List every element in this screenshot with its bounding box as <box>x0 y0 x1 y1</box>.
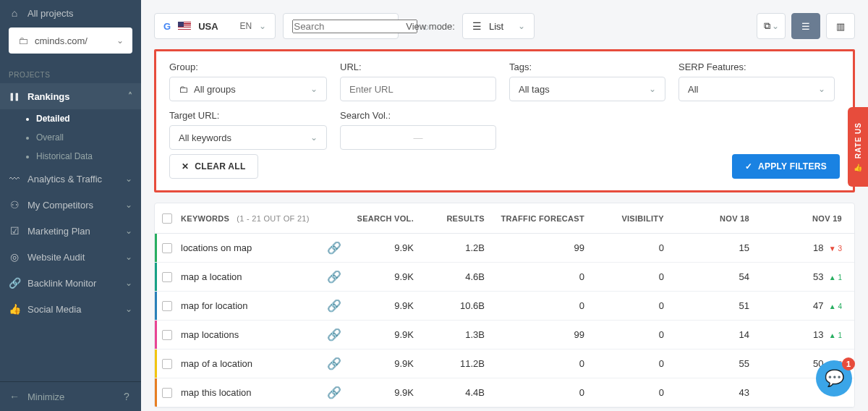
minimize-button[interactable]: ← Minimize <box>9 391 64 402</box>
keyword-cell: map for location <box>181 300 248 311</box>
link-icon[interactable]: 🔗 <box>327 357 341 370</box>
chevron-down-icon: ⌄ <box>649 84 656 94</box>
date1-cell: 15 <box>676 242 761 253</box>
url-label: URL: <box>340 62 496 72</box>
serp-label: SERP Features: <box>678 62 835 72</box>
sidebar-sub-overall[interactable]: Overall <box>0 128 141 147</box>
row-checkbox[interactable] <box>162 243 172 253</box>
sidebar-item-competitors[interactable]: ⚇My Competitors⌄ <box>0 192 141 218</box>
select-all-checkbox[interactable] <box>162 213 172 224</box>
sidebar-item-analytics[interactable]: 〰Analytics & Traffic⌄ <box>0 166 141 192</box>
project-icon: 🗀 <box>17 35 29 46</box>
people-icon: ⚇ <box>9 199 20 211</box>
visibility-cell: 0 <box>596 242 676 253</box>
date1-cell: 51 <box>676 300 761 311</box>
filter-icon: ☰ <box>801 21 810 32</box>
search-vol-cell: 9.9K <box>350 358 425 369</box>
url-input[interactable] <box>349 84 487 95</box>
sidebar-item-social[interactable]: 👍Social Media⌄ <box>0 296 141 322</box>
search-box[interactable]: ⌕ <box>283 13 399 39</box>
search-input[interactable] <box>292 20 417 33</box>
traffic-cell: 0 <box>496 387 596 398</box>
rate-us-tab[interactable]: RATE US 👍 <box>848 107 868 187</box>
chevron-down-icon: ⌄ <box>125 252 132 262</box>
arrow-left-icon: ← <box>9 391 20 402</box>
link-icon[interactable]: 🔗 <box>327 386 341 399</box>
table-row: map this location 🔗 9.9K 4.4B 0 0 43 43 <box>155 378 854 407</box>
tags-select[interactable]: All tags⌄ <box>509 77 665 101</box>
project-name: cminds.com/ <box>35 35 88 46</box>
copy-button[interactable]: ⧉⌄ <box>757 13 786 39</box>
google-icon: G <box>163 21 171 32</box>
thumbs-up-icon: 👍 <box>854 164 863 171</box>
chat-badge: 1 <box>842 357 855 370</box>
table-row: locations on map 🔗 9.9K 1.2B 99 0 15 18 … <box>155 234 854 263</box>
group-select[interactable]: 🗀All groups ⌄ <box>169 77 327 101</box>
chevron-down-icon: ⌄ <box>518 21 525 31</box>
copy-icon: ⧉ <box>764 20 770 32</box>
filters-panel: Group: 🗀All groups ⌄ URL: Tags: All tags… <box>154 49 855 192</box>
sidebar-item-marketing[interactable]: ☑Marketing Plan⌄ <box>0 218 141 244</box>
chevron-down-icon: ⌄ <box>259 21 266 31</box>
tags-label: Tags: <box>509 62 665 72</box>
results-cell: 4.6B <box>425 271 496 282</box>
link-icon[interactable]: 🔗 <box>327 299 341 313</box>
project-selector[interactable]: 🗀 cminds.com/ ⌄ <box>9 27 132 54</box>
chevron-down-icon: ⌄ <box>125 200 132 210</box>
columns-button[interactable]: ▥ <box>826 13 855 39</box>
sidebar-item-audit[interactable]: ◎Website Audit⌄ <box>0 244 141 270</box>
filter-view-button[interactable]: ☰ <box>791 13 820 39</box>
row-checkbox[interactable] <box>162 272 172 282</box>
target-url-label: Target URL: <box>169 110 327 121</box>
chevron-down-icon: ⌄ <box>772 21 779 31</box>
keyword-cell: locations on map <box>181 242 252 253</box>
sidebar-item-backlink[interactable]: 🔗Backlink Monitor⌄ <box>0 270 141 296</box>
visibility-cell: 0 <box>596 358 676 369</box>
traffic-cell: 0 <box>496 300 596 311</box>
search-vol-label: Search Vol.: <box>340 110 496 121</box>
row-checkbox[interactable] <box>162 388 172 398</box>
all-projects-link[interactable]: ⌂ All projects <box>9 7 132 19</box>
results-cell: 1.2B <box>425 242 496 253</box>
search-vol-range[interactable]: — <box>340 125 496 150</box>
results-cell: 11.2B <box>425 358 496 369</box>
row-checkbox[interactable] <box>162 330 172 340</box>
table-row: map a location 🔗 9.9K 4.6B 0 0 54 53 ▲ 1 <box>155 263 854 292</box>
table-row: map locations 🔗 9.9K 1.3B 99 0 14 13 ▲ 1 <box>155 321 854 349</box>
row-checkbox[interactable] <box>162 359 172 369</box>
keyword-cell: map a location <box>181 271 242 282</box>
sidebar-sub-historical[interactable]: Historical Data <box>0 147 141 166</box>
gauge-icon: ◎ <box>9 251 20 263</box>
chevron-down-icon: ⌄ <box>116 35 124 46</box>
table-row: map of a location 🔗 9.9K 11.2B 0 0 55 50… <box>155 349 854 378</box>
chat-fab[interactable]: 💬 1 <box>816 360 852 397</box>
link-icon[interactable]: 🔗 <box>327 241 341 255</box>
chevron-down-icon: ⌄ <box>310 132 318 143</box>
traffic-cell: 0 <box>496 271 596 282</box>
results-cell: 1.3B <box>425 329 496 340</box>
search-vol-cell: 9.9K <box>350 300 425 311</box>
chevron-up-icon: ˄ <box>128 91 132 101</box>
help-icon[interactable]: ? <box>121 391 132 402</box>
viewmode-selector[interactable]: ☰ List ⌄ <box>462 13 535 39</box>
row-checkbox[interactable] <box>162 301 172 311</box>
sidebar-sub-detailed[interactable]: Detailed <box>0 109 141 128</box>
search-vol-cell: 9.9K <box>350 271 425 282</box>
date1-cell: 14 <box>676 329 761 340</box>
apply-filters-button[interactable]: ✓ APPLY FILTERS <box>732 154 840 179</box>
link-icon[interactable]: 🔗 <box>327 328 341 342</box>
date2-cell: 47 ▲ 4 <box>761 300 854 311</box>
traffic-cell: 99 <box>496 242 596 253</box>
clear-all-button[interactable]: ✕ CLEAR ALL <box>169 154 258 179</box>
chevron-down-icon: ⌄ <box>125 174 132 184</box>
date2-cell: 18 ▼ 3 <box>761 242 854 253</box>
sidebar-item-rankings[interactable]: ⫿⫿Rankings ˄ <box>0 83 141 109</box>
bars-icon: ⫿⫿ <box>9 90 20 102</box>
serp-select[interactable]: All⌄ <box>678 77 835 101</box>
target-url-select[interactable]: All keywords⌄ <box>169 125 327 150</box>
country-selector[interactable]: G USA EN ⌄ <box>154 13 276 39</box>
keywords-table: KEYWORDS (1 - 21 OUT OF 21) SEARCH VOL. … <box>154 203 855 408</box>
link-icon[interactable]: 🔗 <box>327 270 341 284</box>
search-vol-cell: 9.9K <box>350 242 425 253</box>
pulse-icon: 〰 <box>9 173 20 185</box>
